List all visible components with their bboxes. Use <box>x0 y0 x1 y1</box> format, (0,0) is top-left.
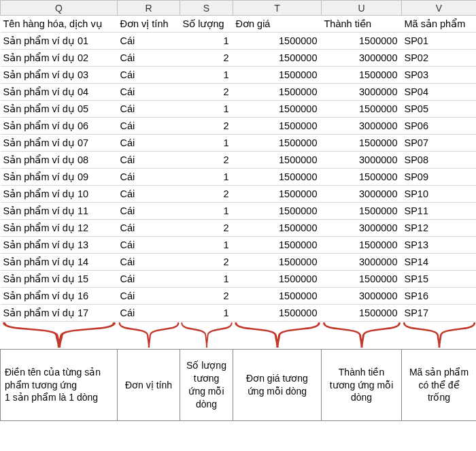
cell-code[interactable]: SP02 <box>402 50 477 67</box>
cell-unit[interactable]: Cái <box>118 288 180 305</box>
cell-total[interactable]: 3000000 <box>322 186 402 203</box>
cell-unit[interactable]: Cái <box>118 33 180 50</box>
cell-price[interactable]: 1500000 <box>233 135 322 152</box>
cell-unit[interactable]: Cái <box>118 237 180 254</box>
cell-unit[interactable]: Cái <box>118 186 180 203</box>
cell-price[interactable]: 1500000 <box>233 152 322 169</box>
cell-total[interactable]: 1500000 <box>322 33 402 50</box>
cell-qty[interactable]: 1 <box>180 33 233 50</box>
cell-unit[interactable]: Cái <box>118 169 180 186</box>
cell-total[interactable]: 3000000 <box>322 152 402 169</box>
cell-name[interactable]: Sản phẩm ví dụ 14 <box>1 254 118 271</box>
cell-total[interactable]: 1500000 <box>322 305 402 322</box>
col-letter-u[interactable]: U <box>322 1 402 16</box>
cell-qty[interactable]: 1 <box>180 67 233 84</box>
cell-total[interactable]: 3000000 <box>322 118 402 135</box>
cell-unit[interactable]: Cái <box>118 67 180 84</box>
cell-code[interactable]: SP08 <box>402 152 477 169</box>
cell-name[interactable]: Sản phẩm ví dụ 11 <box>1 203 118 220</box>
cell-unit[interactable]: Cái <box>118 271 180 288</box>
cell-code[interactable]: SP01 <box>402 33 477 50</box>
cell-price[interactable]: 1500000 <box>233 237 322 254</box>
cell-code[interactable]: SP16 <box>402 288 477 305</box>
cell-total[interactable]: 3000000 <box>322 254 402 271</box>
cell-price[interactable]: 1500000 <box>233 50 322 67</box>
cell-qty[interactable]: 1 <box>180 305 233 322</box>
col-letter-r[interactable]: R <box>118 1 180 16</box>
cell-qty[interactable]: 1 <box>180 101 233 118</box>
cell-unit[interactable]: Cái <box>118 135 180 152</box>
header-qty[interactable]: Số lượng <box>180 16 233 33</box>
header-unit[interactable]: Đơn vị tính <box>118 16 180 33</box>
cell-total[interactable]: 1500000 <box>322 67 402 84</box>
cell-total[interactable]: 1500000 <box>322 169 402 186</box>
cell-price[interactable]: 1500000 <box>233 305 322 322</box>
cell-code[interactable]: SP17 <box>402 305 477 322</box>
cell-unit[interactable]: Cái <box>118 152 180 169</box>
cell-code[interactable]: SP13 <box>402 237 477 254</box>
cell-qty[interactable]: 2 <box>180 152 233 169</box>
col-letter-q[interactable]: Q <box>1 1 118 16</box>
cell-total[interactable]: 1500000 <box>322 203 402 220</box>
cell-price[interactable]: 1500000 <box>233 203 322 220</box>
cell-name[interactable]: Sản phẩm ví dụ 04 <box>1 84 118 101</box>
cell-code[interactable]: SP10 <box>402 186 477 203</box>
cell-price[interactable]: 1500000 <box>233 33 322 50</box>
cell-unit[interactable]: Cái <box>118 118 180 135</box>
cell-name[interactable]: Sản phẩm ví dụ 08 <box>1 152 118 169</box>
cell-name[interactable]: Sản phẩm ví dụ 15 <box>1 271 118 288</box>
cell-qty[interactable]: 2 <box>180 254 233 271</box>
cell-qty[interactable]: 1 <box>180 135 233 152</box>
cell-total[interactable]: 3000000 <box>322 220 402 237</box>
header-name[interactable]: Tên hàng hóa, dịch vụ <box>1 16 118 33</box>
cell-price[interactable]: 1500000 <box>233 254 322 271</box>
cell-total[interactable]: 1500000 <box>322 135 402 152</box>
cell-name[interactable]: Sản phẩm ví dụ 02 <box>1 50 118 67</box>
cell-total[interactable]: 3000000 <box>322 288 402 305</box>
cell-total[interactable]: 3000000 <box>322 50 402 67</box>
cell-qty[interactable]: 1 <box>180 271 233 288</box>
header-total[interactable]: Thành tiền <box>322 16 402 33</box>
cell-unit[interactable]: Cái <box>118 203 180 220</box>
col-letter-s[interactable]: S <box>180 1 233 16</box>
cell-price[interactable]: 1500000 <box>233 271 322 288</box>
cell-qty[interactable]: 2 <box>180 50 233 67</box>
cell-qty[interactable]: 2 <box>180 84 233 101</box>
col-letter-v[interactable]: V <box>402 1 477 16</box>
cell-unit[interactable]: Cái <box>118 50 180 67</box>
cell-qty[interactable]: 1 <box>180 169 233 186</box>
cell-unit[interactable]: Cái <box>118 101 180 118</box>
cell-price[interactable]: 1500000 <box>233 220 322 237</box>
cell-unit[interactable]: Cái <box>118 254 180 271</box>
cell-name[interactable]: Sản phẩm ví dụ 09 <box>1 169 118 186</box>
cell-name[interactable]: Sản phẩm ví dụ 05 <box>1 101 118 118</box>
cell-name[interactable]: Sản phẩm ví dụ 12 <box>1 220 118 237</box>
header-code[interactable]: Mã sản phẩm <box>402 16 477 33</box>
cell-code[interactable]: SP09 <box>402 169 477 186</box>
cell-price[interactable]: 1500000 <box>233 169 322 186</box>
cell-code[interactable]: SP04 <box>402 84 477 101</box>
cell-name[interactable]: Sản phẩm ví dụ 13 <box>1 237 118 254</box>
cell-code[interactable]: SP15 <box>402 271 477 288</box>
col-letter-t[interactable]: T <box>233 1 322 16</box>
cell-price[interactable]: 1500000 <box>233 118 322 135</box>
cell-name[interactable]: Sản phẩm ví dụ 01 <box>1 33 118 50</box>
cell-qty[interactable]: 2 <box>180 288 233 305</box>
cell-unit[interactable]: Cái <box>118 305 180 322</box>
cell-price[interactable]: 1500000 <box>233 101 322 118</box>
cell-code[interactable]: SP14 <box>402 254 477 271</box>
cell-code[interactable]: SP07 <box>402 135 477 152</box>
cell-name[interactable]: Sản phẩm ví dụ 10 <box>1 186 118 203</box>
cell-code[interactable]: SP12 <box>402 220 477 237</box>
cell-name[interactable]: Sản phẩm ví dụ 03 <box>1 67 118 84</box>
cell-name[interactable]: Sản phẩm ví dụ 17 <box>1 305 118 322</box>
cell-price[interactable]: 1500000 <box>233 67 322 84</box>
cell-unit[interactable]: Cái <box>118 84 180 101</box>
cell-qty[interactable]: 2 <box>180 220 233 237</box>
cell-qty[interactable]: 1 <box>180 203 233 220</box>
cell-name[interactable]: Sản phẩm ví dụ 16 <box>1 288 118 305</box>
cell-price[interactable]: 1500000 <box>233 288 322 305</box>
cell-price[interactable]: 1500000 <box>233 186 322 203</box>
header-price[interactable]: Đơn giá <box>233 16 322 33</box>
cell-total[interactable]: 1500000 <box>322 271 402 288</box>
